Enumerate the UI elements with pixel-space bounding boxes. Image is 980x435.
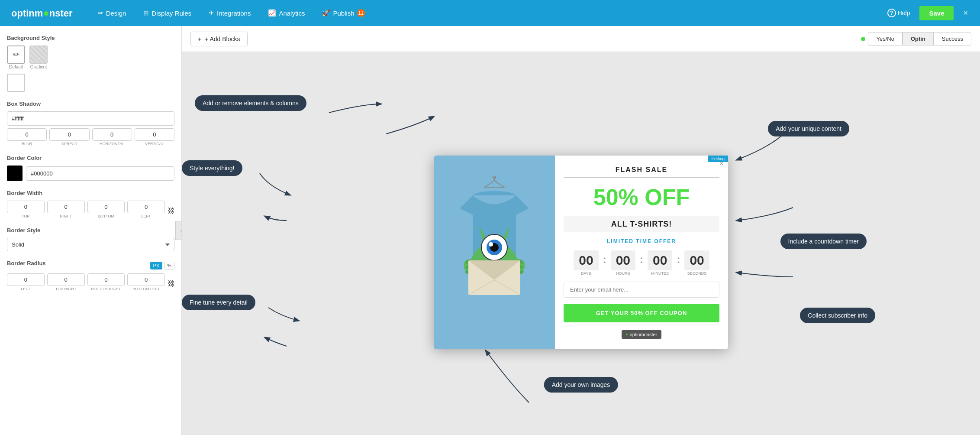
- border-style-label: Border Style: [7, 227, 174, 234]
- border-right-input[interactable]: [47, 201, 85, 213]
- pencil-icon: ✏: [98, 9, 103, 17]
- panel-collapse-toggle[interactable]: ‹: [175, 221, 182, 240]
- colon2: :: [640, 253, 643, 266]
- coupon-button[interactable]: GET YOUR 50% OFF COUPON: [564, 304, 719, 322]
- shadow-vertical-input[interactable]: [135, 128, 174, 141]
- bg-style-gradient-swatch[interactable]: [29, 45, 48, 64]
- flash-sale-title: FLASH SALE: [564, 166, 719, 178]
- all-tshirts: ALL T-SHIRTS!: [564, 216, 719, 232]
- nav-analytics[interactable]: 📈 Analytics: [260, 6, 313, 20]
- swatch-gradient-label: Gradient: [30, 65, 47, 69]
- radius-br-label: BOTTOM RIGHT: [91, 287, 121, 291]
- top-label: TOP: [22, 214, 29, 218]
- help-button[interactable]: ? Help: [882, 6, 916, 20]
- shadow-values-row: BLUR SPREAD HORIZONTAL VERTICAL: [7, 128, 174, 146]
- right-label: RIGHT: [60, 214, 72, 218]
- spread-label: SPREAD: [61, 142, 77, 146]
- svg-point-9: [489, 242, 493, 247]
- nav-right: ? Help Save ×: [882, 5, 973, 21]
- success-tab[interactable]: Success: [934, 32, 971, 45]
- help-icon: ?: [887, 9, 896, 17]
- bottom-label: BOTTOM: [98, 214, 114, 218]
- publish-badge: 11: [357, 9, 365, 17]
- sale-percent: 50% OFF: [564, 186, 719, 208]
- popup-preview-wrapper: × Editing FLASH SALE 50% OFF ALL T-SHIRT…: [434, 156, 728, 349]
- link-radius-icon: ⛓: [168, 280, 174, 291]
- vertical-label: VERTICAL: [145, 142, 164, 146]
- background-style-section: Background Style ✏ Default Gradient: [7, 35, 174, 92]
- yes-no-tab[interactable]: Yes/No: [868, 32, 902, 45]
- border-color-label: Border Color: [7, 155, 174, 161]
- radius-top-right-input[interactable]: [47, 273, 85, 286]
- view-tabs: Yes/No Optin Success: [861, 32, 971, 45]
- radius-bottom-left-input[interactable]: [127, 273, 165, 286]
- border-style-section: Border Style Solid Dashed Dotted None: [7, 227, 174, 251]
- border-top-input[interactable]: [7, 201, 45, 213]
- bg-style-pencil-swatch[interactable]: ✏: [7, 45, 25, 64]
- left-panel: Background Style ✏ Default Gradient Box …: [0, 26, 182, 435]
- radius-tr-label: TOP RIGHT: [55, 287, 77, 291]
- border-style-select[interactable]: Solid Dashed Dotted None: [7, 238, 174, 251]
- border-radius-label: Border Radius: [7, 260, 46, 266]
- bg-style-swatches: ✏ Default Gradient: [7, 45, 174, 69]
- radius-top-left-input[interactable]: [7, 273, 45, 286]
- horizontal-label: HORIZONTAL: [100, 142, 124, 146]
- top-navigation: optinm●nster ✏ Design ⊞ Display Rules ✈ …: [0, 0, 980, 26]
- countdown-row: 00 DAYS : 00 HOURS : 00 MINUTES: [564, 250, 719, 276]
- yes-no-dot: [861, 37, 865, 41]
- border-width-section: Border Width TOP RIGHT BOTTOM LEFT: [7, 190, 174, 218]
- callout-countdown: Include a countdown timer: [780, 234, 867, 249]
- shadow-spread-input[interactable]: [49, 128, 89, 141]
- callout-subscriber: Collect subscriber info: [800, 308, 875, 323]
- border-bottom-input[interactable]: [87, 201, 125, 213]
- box-shadow-label: Box Shadow: [7, 101, 174, 107]
- nav-design[interactable]: ✏ Design: [90, 6, 134, 20]
- shadow-blur-input[interactable]: [7, 128, 47, 141]
- optin-tab[interactable]: Optin: [903, 32, 934, 45]
- plus-icon: +: [198, 36, 201, 42]
- box-shadow-section: Box Shadow BLUR SPREAD HORIZONTAL VERTI: [7, 101, 174, 146]
- background-color-swatch[interactable]: [7, 74, 25, 92]
- border-radius-section: Border Radius PX % LEFT TOP RIGHT BOTTOM: [7, 260, 174, 291]
- border-width-label: Border Width: [7, 190, 174, 196]
- badge-container: ● optinmonster: [564, 328, 719, 339]
- border-radius-row: LEFT TOP RIGHT BOTTOM RIGHT BOTTOM LEFT …: [7, 273, 174, 291]
- nav-display-rules[interactable]: ⊞ Display Rules: [135, 6, 199, 20]
- border-color-swatch[interactable]: [7, 166, 23, 181]
- background-style-label: Background Style: [7, 35, 174, 41]
- analytics-icon: 📈: [268, 9, 276, 17]
- countdown-days: 00 DAYS: [574, 250, 598, 276]
- radius-bl-label: BOTTOM LEFT: [132, 287, 160, 291]
- nav-close-button[interactable]: ×: [958, 5, 973, 21]
- svg-marker-4: [479, 226, 487, 239]
- countdown-minutes: 00 MINUTES: [648, 250, 672, 276]
- left-label: LEFT: [142, 214, 151, 218]
- radius-bottom-right-input[interactable]: [87, 273, 125, 286]
- shadow-horizontal-input[interactable]: [92, 128, 132, 141]
- nav-items: ✏ Design ⊞ Display Rules ✈ Integrations …: [81, 6, 882, 20]
- svg-marker-5: [502, 226, 510, 239]
- border-color-section: Border Color: [7, 155, 174, 181]
- border-width-row: TOP RIGHT BOTTOM LEFT ⛓: [7, 201, 174, 218]
- badge-dot: ●: [626, 332, 628, 336]
- optinmonster-badge: ● optinmonster: [622, 330, 661, 339]
- save-button[interactable]: Save: [919, 6, 954, 20]
- envelope-svg: [468, 260, 520, 295]
- popup-preview: × Editing FLASH SALE 50% OFF ALL T-SHIRT…: [434, 156, 728, 349]
- border-left-input[interactable]: [127, 201, 165, 213]
- email-input[interactable]: [564, 282, 719, 298]
- editing-badge: Editing: [708, 156, 728, 162]
- display-rules-icon: ⊞: [143, 9, 149, 17]
- nav-integrations[interactable]: ✈ Integrations: [201, 6, 258, 20]
- radius-tl-label: LEFT: [21, 287, 30, 291]
- percent-button[interactable]: %: [164, 262, 174, 269]
- shadow-color-input[interactable]: [7, 111, 174, 126]
- canvas-area: + + Add Blocks Yes/No Optin Success Add …: [182, 26, 980, 435]
- nav-publish[interactable]: 🚀 Publish 11: [314, 6, 372, 20]
- px-percent-toggle: PX %: [150, 262, 174, 269]
- border-color-input[interactable]: [26, 166, 174, 181]
- canvas-toolbar: + + Add Blocks Yes/No Optin Success: [182, 26, 980, 52]
- add-blocks-button[interactable]: + + Add Blocks: [190, 32, 248, 46]
- envelope: [468, 260, 520, 295]
- px-button[interactable]: PX: [150, 262, 163, 269]
